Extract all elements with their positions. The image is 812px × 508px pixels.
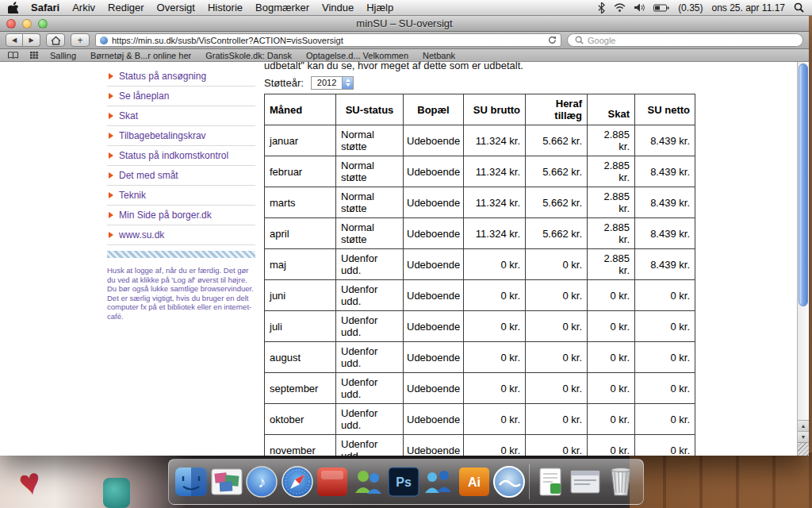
cell-su-brutto: 0 kr. xyxy=(464,280,526,311)
bookmarks-book-icon[interactable] xyxy=(8,52,18,59)
year-select[interactable]: 2012 xyxy=(311,76,354,90)
bookmark-item[interactable]: Optagelse.d... Velkommen xyxy=(306,51,408,60)
cell-su-netto: 0 kr. xyxy=(635,311,695,342)
bookmark-item[interactable]: Børnetøj & B...r online her xyxy=(90,51,191,60)
menu-item[interactable]: Oversigt xyxy=(157,2,195,13)
cell-su-netto: 8.439 kr. xyxy=(635,218,695,249)
stepper-icon[interactable] xyxy=(342,77,353,89)
bookmark-item[interactable]: GratisSkole.dk: Dansk xyxy=(205,51,292,60)
dock-finder-icon[interactable] xyxy=(174,462,209,502)
bookmark-item[interactable]: Salling xyxy=(50,51,76,60)
dock-photoshop-icon[interactable]: Ps xyxy=(385,462,421,502)
sidebar-link-label[interactable]: Teknik xyxy=(119,190,146,201)
dock-photos-icon[interactable] xyxy=(209,462,245,502)
cell-skat: 2.885 kr. xyxy=(588,218,635,249)
menu-item[interactable]: Arkiv xyxy=(72,2,95,13)
table-row: september Udenfor udd. Udeboende 0 kr. 0… xyxy=(265,373,695,404)
address-bar[interactable]: https://min.su.dk/susb/VisController?ACT… xyxy=(95,33,561,47)
dock-contacts-icon[interactable] xyxy=(421,462,457,502)
reload-icon[interactable] xyxy=(548,36,557,44)
sidebar-link[interactable]: Tilbagebetalingskrav xyxy=(107,126,255,146)
sidebar-link[interactable]: Status på indkomstkontrol xyxy=(107,146,255,166)
window-title: minSU – SU-oversigt xyxy=(0,17,809,29)
cell-bopael: Udeboende xyxy=(404,125,464,156)
cell-su-status: Udenfor udd. xyxy=(336,249,404,280)
menu-app-name[interactable]: Safari xyxy=(31,2,59,13)
url-text[interactable]: https://min.su.dk/susb/VisController?ACT… xyxy=(112,36,544,45)
sidebar-link[interactable]: Teknik xyxy=(107,186,255,206)
dock-trash-icon[interactable] xyxy=(603,462,639,502)
sidebar-link-label[interactable]: Min Side på borger.dk xyxy=(119,210,212,221)
back-button[interactable]: ◀ xyxy=(6,33,23,47)
dock-openoffice-icon[interactable] xyxy=(492,462,527,502)
sidebar-link[interactable]: Skat xyxy=(107,106,255,126)
cell-skat: 2.885 kr. xyxy=(588,187,635,218)
cell-su-brutto: 11.324 kr. xyxy=(464,187,526,218)
table-row: marts Normal støtte Udeboende 11.324 kr.… xyxy=(265,187,695,218)
resize-grip[interactable] xyxy=(798,442,809,456)
sidebar-link[interactable]: www.su.dk xyxy=(107,225,255,245)
menu-item[interactable]: Bogmærker xyxy=(255,2,309,13)
cell-heraf-tillaeg: 0 kr. xyxy=(526,311,588,342)
home-button[interactable] xyxy=(46,33,65,47)
sidebar-link-label[interactable]: Status på ansøgning xyxy=(119,71,206,82)
sidebar-link[interactable]: Status på ansøgning xyxy=(107,67,255,87)
sidebar-link-label[interactable]: www.su.dk xyxy=(119,229,164,241)
scroll-down-button[interactable]: ▼ xyxy=(798,431,809,442)
wifi-icon[interactable] xyxy=(614,3,626,12)
menu-item[interactable]: Vindue xyxy=(322,2,354,13)
new-tab-button[interactable]: + xyxy=(71,33,90,47)
cell-maaned: januar xyxy=(265,125,336,156)
cell-skat: 0 kr. xyxy=(588,311,635,342)
cell-su-brutto: 11.324 kr. xyxy=(464,156,526,187)
vertical-scrollbar[interactable]: ▲ ▼ xyxy=(797,62,809,456)
cell-heraf-tillaeg: 0 kr. xyxy=(526,373,588,404)
menu-item[interactable]: Historie xyxy=(208,2,243,13)
sidebar-link-label[interactable]: Status på indkomstkontrol xyxy=(119,150,228,161)
sidebar-link[interactable]: Se låneplan xyxy=(107,87,255,106)
dock-messenger-icon[interactable] xyxy=(350,462,386,502)
sidebar-link[interactable]: Det med småt xyxy=(107,166,255,186)
sidebar-link-label[interactable]: Det med småt xyxy=(119,170,178,181)
cell-su-netto: 0 kr. xyxy=(635,404,695,435)
apple-menu-icon[interactable] xyxy=(8,2,18,13)
google-search-field[interactable]: Google xyxy=(567,33,803,47)
title-bar[interactable]: minSU – SU-oversigt xyxy=(0,16,809,32)
bullet-arrow-icon xyxy=(109,113,113,119)
bookmark-item[interactable]: Netbank xyxy=(423,51,455,60)
cell-maaned: februar xyxy=(265,156,336,187)
scroll-up-button[interactable]: ▲ xyxy=(798,420,809,431)
cell-su-status: Udenfor udd. xyxy=(336,373,404,404)
safari-window: minSU – SU-oversigt ◀ ▶ + https://min.su… xyxy=(0,16,809,456)
menu-clock[interactable]: ons 25. apr 11.17 xyxy=(711,2,785,13)
support-year-label: Støtteår: xyxy=(264,77,304,89)
dock-document-icon[interactable] xyxy=(532,462,568,502)
cell-bopael: Udeboende xyxy=(404,311,464,342)
cell-skat: 0 kr. xyxy=(588,373,635,404)
menu-item[interactable]: Rediger xyxy=(108,2,144,13)
cell-skat: 2.885 kr. xyxy=(588,156,635,187)
sidebar-link-label[interactable]: Se låneplan xyxy=(119,90,169,102)
scrollbar-thumb[interactable] xyxy=(799,64,808,306)
top-sites-grid-icon[interactable] xyxy=(30,52,38,59)
sidebar-link-label[interactable]: Skat xyxy=(119,110,138,121)
dock-safari-icon[interactable] xyxy=(280,462,316,502)
sidebar-link-label[interactable]: Tilbagebetalingskrav xyxy=(119,130,206,141)
cell-su-brutto: 11.324 kr. xyxy=(464,125,526,156)
cell-bopael: Udeboende xyxy=(404,280,464,311)
table-row: januar Normal støtte Udeboende 11.324 kr… xyxy=(265,125,695,156)
cell-su-netto: 8.439 kr. xyxy=(635,156,695,187)
bluetooth-icon[interactable] xyxy=(598,2,605,13)
menu-item[interactable]: Hjælp xyxy=(366,2,393,13)
dock-minimized-window-icon[interactable] xyxy=(568,462,603,502)
spotlight-icon[interactable] xyxy=(794,2,804,13)
dock-illustrator-icon[interactable]: Ai xyxy=(456,462,492,502)
forward-button[interactable]: ▶ xyxy=(23,33,40,47)
battery-icon[interactable] xyxy=(653,4,669,12)
dock-red-app-icon[interactable] xyxy=(315,462,350,502)
table-header-row: Måned SU-status Bopæl SU brutto Heraf ti… xyxy=(265,94,695,125)
sidebar-link[interactable]: Min Side på borger.dk xyxy=(107,206,255,225)
cell-su-netto: 0 kr. xyxy=(635,435,695,456)
volume-icon[interactable] xyxy=(634,3,645,12)
dock-itunes-icon[interactable]: ♪ xyxy=(244,462,280,502)
